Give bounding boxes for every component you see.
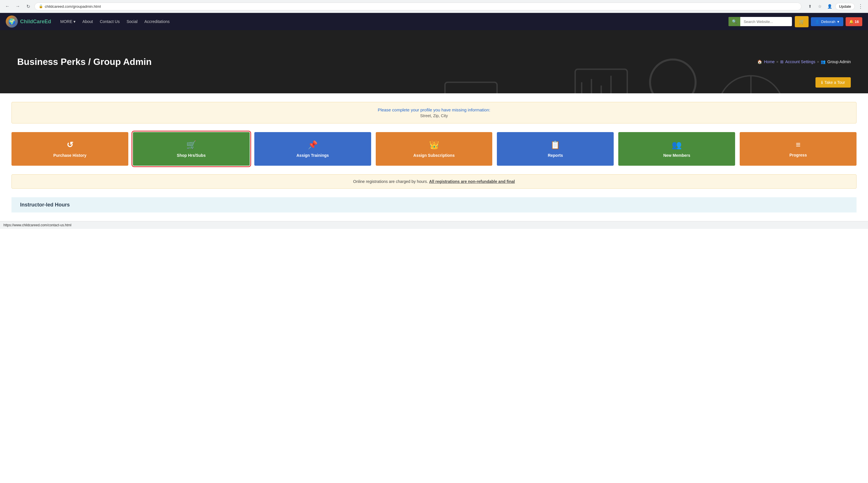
shop-hrs-subs-icon: 🛒 bbox=[186, 140, 196, 150]
bookmark-icon[interactable]: ☆ bbox=[816, 2, 824, 10]
info-icon: ℹ bbox=[821, 80, 823, 85]
chevron-down-icon: ▾ bbox=[837, 20, 839, 24]
reports-label: Reports bbox=[548, 153, 563, 158]
progress-button[interactable]: ≡ Progress bbox=[740, 132, 857, 166]
search-input[interactable] bbox=[740, 17, 792, 26]
new-members-button[interactable]: 👥 New Members bbox=[618, 132, 735, 166]
cart-button[interactable]: 🛒 bbox=[795, 16, 809, 27]
user-dropdown[interactable]: 👤 Deborah ▾ bbox=[811, 17, 843, 26]
new-members-icon: 👥 bbox=[672, 140, 682, 150]
notice-text-normal: Online registrations are charged by hour… bbox=[353, 179, 428, 184]
notif-count: 16 bbox=[855, 20, 859, 24]
assign-subscriptions-label: Assign Subscriptions bbox=[413, 153, 455, 158]
status-bar: https://www.childcareed.com/contact-us.h… bbox=[0, 221, 868, 229]
search-button[interactable]: 🔍 bbox=[728, 17, 740, 26]
breadcrumb-current-icon: 👥 bbox=[820, 59, 826, 64]
status-url: https://www.childcareed.com/contact-us.h… bbox=[3, 223, 71, 227]
purchase-history-label: Purchase History bbox=[53, 153, 86, 158]
action-buttons-grid: ↺ Purchase History 🛒 Shop Hrs/Subs 📌 Ass… bbox=[11, 132, 857, 166]
alert-link-text[interactable]: Please complete your profile you have mi… bbox=[20, 108, 848, 112]
breadcrumb-home-icon: 🏠 bbox=[757, 59, 762, 64]
assign-subscriptions-icon: 👑 bbox=[429, 140, 439, 150]
nav-accreditations[interactable]: Accreditations bbox=[141, 13, 173, 30]
url-text: childcareed.com/groupadmin.html bbox=[45, 4, 101, 9]
user-name: Deborah bbox=[821, 20, 836, 24]
browser-chrome: ← → ↻ 🔒 childcareed.com/groupadmin.html … bbox=[0, 0, 868, 13]
logo[interactable]: 🌍 ChildCareEd bbox=[6, 16, 51, 28]
take-tour-label: Take a Tour bbox=[825, 80, 845, 85]
take-tour-button[interactable]: ℹ Take a Tour bbox=[815, 77, 851, 88]
breadcrumb-account-settings-link[interactable]: Account Settings bbox=[785, 59, 815, 64]
assign-trainings-button[interactable]: 📌 Assign Trainings bbox=[254, 132, 371, 166]
browser-actions: ⬆ ☆ 👤 Update ⋮ bbox=[806, 2, 865, 10]
nav-more[interactable]: MORE ▾ bbox=[57, 13, 79, 30]
breadcrumb: 🏠 Home » ⊞ Account Settings » 👥 Group Ad… bbox=[757, 59, 851, 64]
breadcrumb-current-text: Group Admin bbox=[827, 59, 851, 64]
reload-button[interactable]: ↻ bbox=[24, 2, 32, 10]
notice-bar: Online registrations are charged by hour… bbox=[11, 174, 857, 189]
svg-rect-16 bbox=[445, 82, 497, 93]
breadcrumb-sep-1: » bbox=[776, 60, 778, 64]
nav-contact[interactable]: Contact Us bbox=[96, 13, 123, 30]
hero-content: Business Perks / Group Admin bbox=[17, 57, 152, 67]
browser-menu-button[interactable]: ⋮ bbox=[857, 2, 865, 10]
assign-subscriptions-button[interactable]: 👑 Assign Subscriptions bbox=[376, 132, 493, 166]
cart-icon: 🛒 bbox=[799, 19, 805, 24]
instructor-section: Instructor-led Hours bbox=[11, 197, 857, 212]
main-content: Please complete your profile you have mi… bbox=[0, 93, 868, 221]
instructor-section-title: Instructor-led Hours bbox=[20, 202, 848, 208]
update-button[interactable]: Update bbox=[835, 3, 855, 10]
address-bar[interactable]: 🔒 childcareed.com/groupadmin.html bbox=[34, 3, 801, 10]
logo-icon: 🌍 bbox=[6, 16, 18, 28]
new-members-label: New Members bbox=[663, 153, 690, 158]
breadcrumb-home-link[interactable]: Home bbox=[764, 59, 774, 64]
user-icon: 👤 bbox=[815, 20, 819, 24]
reports-icon: 📋 bbox=[550, 140, 560, 150]
breadcrumb-sep-2: » bbox=[817, 60, 819, 64]
shop-hrs-subs-label: Shop Hrs/Subs bbox=[177, 153, 206, 158]
breadcrumb-settings-icon: ⊞ bbox=[780, 59, 784, 64]
progress-icon: ≡ bbox=[796, 140, 800, 149]
bell-icon: 🔔 bbox=[849, 20, 854, 24]
profile-icon[interactable]: 👤 bbox=[826, 2, 834, 10]
reports-button[interactable]: 📋 Reports bbox=[497, 132, 614, 166]
purchase-history-icon: ↺ bbox=[67, 140, 73, 150]
share-icon[interactable]: ⬆ bbox=[806, 2, 814, 10]
svg-point-0 bbox=[650, 59, 695, 93]
forward-button[interactable]: → bbox=[14, 2, 22, 10]
assign-trainings-label: Assign Trainings bbox=[297, 153, 329, 158]
shop-hrs-subs-button[interactable]: 🛒 Shop Hrs/Subs bbox=[133, 132, 250, 166]
notifications-button[interactable]: 🔔 16 bbox=[846, 17, 862, 26]
lock-icon: 🔒 bbox=[39, 4, 43, 8]
back-button[interactable]: ← bbox=[3, 2, 11, 10]
assign-trainings-icon: 📌 bbox=[308, 140, 318, 150]
nav-about[interactable]: About bbox=[79, 13, 96, 30]
hero-banner: $ 27 Business Perks / Group Admin 🏠 Home… bbox=[0, 30, 868, 93]
search-wrap: 🔍 bbox=[728, 17, 792, 26]
progress-label: Progress bbox=[789, 153, 807, 157]
site-navbar: 🌍 ChildCareEd MORE ▾ About Contact Us So… bbox=[0, 13, 868, 30]
notice-text-bold: All registrations are non-refundable and… bbox=[429, 179, 515, 184]
alert-banner: Please complete your profile you have mi… bbox=[11, 102, 857, 123]
alert-sub-text: Street, Zip, City bbox=[20, 114, 848, 118]
purchase-history-button[interactable]: ↺ Purchase History bbox=[11, 132, 128, 166]
page-title: Business Perks / Group Admin bbox=[17, 57, 152, 67]
nav-social[interactable]: Social bbox=[123, 13, 141, 30]
logo-text: ChildCareEd bbox=[20, 19, 51, 25]
